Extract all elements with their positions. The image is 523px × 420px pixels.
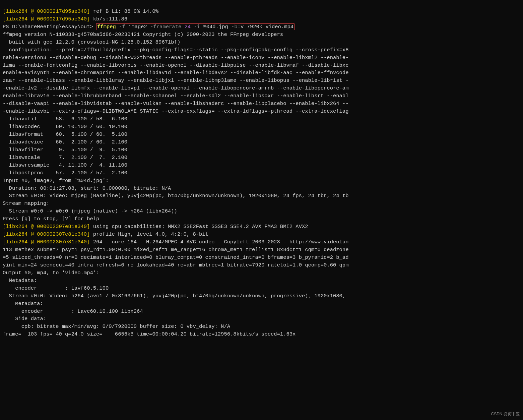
log-text: ref B L1: 86.0% 14.0% (90, 8, 158, 14)
terminal-output[interactable]: [libx264 @ 00000217d95ae340] ref B L1: 8… (0, 0, 523, 338)
ffmpeg-output-body: ffmpeg version N-110338-g4570ba5d86-2023… (3, 32, 348, 222)
watermark-text: CSDN @何中应 (491, 411, 520, 417)
cmd-flag-f: -f (116, 24, 128, 30)
cmd-pattern: %04d.jpg (203, 24, 228, 30)
ffmpeg-command-highlight: ffmpeg -f image2 -framerate 24 -i %04d.j… (96, 23, 295, 30)
log-text: 264 - core 164 - H.264/MPEG-4 AVC codec … (3, 239, 348, 337)
cmd-ffmpeg: ffmpeg (97, 24, 116, 30)
libx264-tag: [libx264 @ 000002307e81e340] (3, 231, 90, 237)
libx264-tag: [libx264 @ 00000217d95ae340] (3, 16, 90, 22)
cmd-flag-framerate: -framerate (147, 24, 185, 30)
log-text: using cpu capabilities: MMX2 SSE2Fast SS… (90, 224, 308, 230)
log-text: profile High, level 4.0, 4:2:0, 8-bit (90, 231, 208, 237)
cmd-image2: image2 (128, 24, 147, 30)
cmd-bv: v 7920k video.mp4 (241, 24, 293, 30)
ps-prompt: PS D:\ShareMeeting\essay\out> (3, 24, 96, 30)
libx264-tag: [libx264 @ 00000217d95ae340] (3, 8, 90, 14)
libx264-tag: [libx264 @ 000002307e81e340] (3, 239, 90, 245)
cmd-flag-i: -i (191, 24, 203, 30)
log-text: kb/s:111.86 (90, 16, 127, 22)
cmd-flag-b: -b: (228, 24, 241, 30)
cmd-24: 24 (185, 24, 191, 30)
libx264-tag: [libx264 @ 000002307e81e340] (3, 224, 90, 230)
